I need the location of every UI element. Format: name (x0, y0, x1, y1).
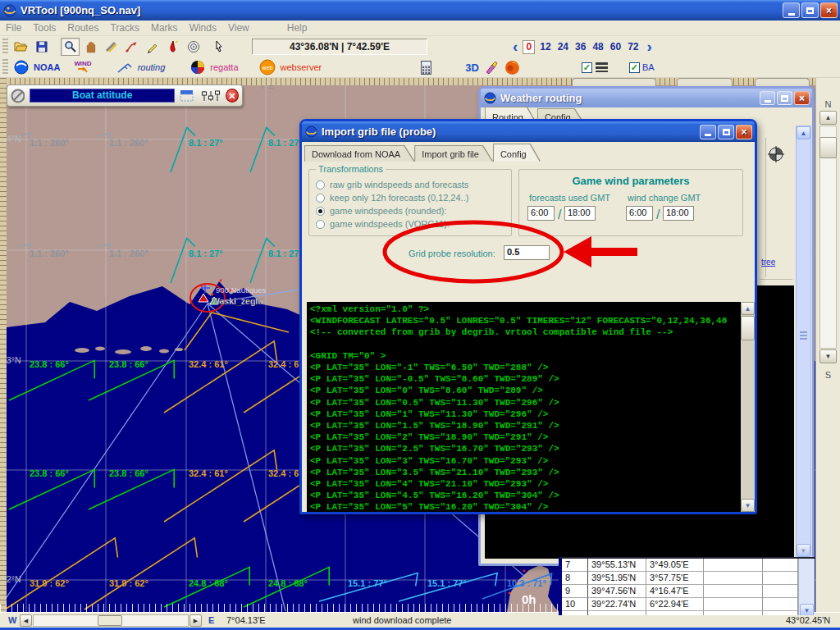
menu-tools[interactable]: Tools (27, 22, 62, 34)
noaa-label[interactable]: NOAA (34, 62, 60, 72)
scroll-track[interactable] (819, 126, 837, 349)
close-button[interactable]: × (736, 125, 752, 139)
close-button[interactable]: × (794, 91, 810, 105)
target-tool[interactable] (184, 38, 203, 56)
brush-tool[interactable] (163, 38, 182, 56)
measure-tool[interactable] (102, 38, 121, 56)
minimize-button[interactable] (783, 2, 800, 18)
minimize-button[interactable] (700, 125, 716, 139)
boat-attitude-close-button[interactable]: ✕ (226, 89, 239, 103)
toolbar-grip[interactable] (2, 39, 8, 55)
compass-icon[interactable] (768, 146, 784, 162)
grid-probe-input[interactable]: 0.5 (504, 245, 550, 260)
scroll-down-icon[interactable]: ▼ (741, 499, 755, 512)
main-titlebar[interactable]: VRTool [900nq_SO.nav] × (0, 0, 840, 21)
scroll-down-icon[interactable]: ▼ (800, 604, 814, 615)
calculator-icon[interactable] (417, 58, 436, 76)
forecast-hour-48[interactable]: 48 (592, 41, 603, 52)
console-scrollbar[interactable]: ▲ . ▼ (741, 302, 755, 512)
table-row[interactable]: 739°55.13'N3°49.05'E (562, 559, 815, 572)
firefox-icon[interactable] (503, 58, 522, 76)
webserver-icon[interactable]: web (258, 58, 277, 76)
map-horizontal-scrollbar[interactable] (33, 614, 189, 627)
map-vertical-scrollbar[interactable]: N ▲ ▼ S (815, 78, 840, 612)
scroll-down-icon[interactable]: ▼ (819, 349, 837, 363)
toolbar-grip[interactable] (2, 59, 8, 75)
panel-icon[interactable] (180, 89, 194, 102)
scroll-up-icon[interactable]: ▲ (797, 126, 810, 139)
radio-button[interactable] (316, 180, 325, 189)
save-button[interactable] (32, 38, 51, 56)
scroll-up-icon[interactable]: ▲ (741, 302, 755, 315)
scroll-thumb[interactable]: . (741, 316, 755, 340)
scroll-left-icon[interactable]: ◀ (20, 614, 32, 627)
forecast-hour-selected[interactable]: 0 (523, 40, 535, 54)
ba-label[interactable]: BA (642, 62, 655, 72)
dialog-tab-import-grib-file[interactable]: Import grib file (415, 146, 492, 162)
pan-hand-tool[interactable] (81, 38, 100, 56)
forecasts-gmt-1-field[interactable]: 6:00 (527, 206, 555, 221)
regatta-label[interactable]: regatta (210, 62, 238, 72)
minimize-button[interactable] (760, 91, 775, 105)
import-grib-dialog[interactable]: Import grib file (probe) × Download from… (299, 119, 757, 514)
scroll-up-icon[interactable]: ▲ (819, 111, 837, 125)
disable-icon[interactable] (11, 89, 25, 103)
boat-attitude-toolbar[interactable]: Boat attitude ✕ (7, 84, 243, 107)
menu-help[interactable]: Help (281, 22, 313, 34)
radio-button[interactable] (316, 207, 325, 216)
dialog-tab-config[interactable]: Config (494, 144, 540, 162)
import-grib-titlebar[interactable]: Import grib file (probe) × (302, 121, 755, 142)
maximize-button[interactable] (801, 2, 819, 18)
webserver-label[interactable]: webserver (281, 62, 322, 72)
menu-tracks[interactable]: Tracks (104, 22, 145, 34)
pen-tool[interactable] (143, 38, 162, 56)
maximize-button[interactable] (718, 125, 734, 139)
scroll-thumb[interactable] (800, 331, 807, 340)
table-row[interactable]: 939°47.56'N4°16.47'E (562, 585, 815, 598)
table-row[interactable]: 839°51.95'N3°57.75'E (562, 572, 815, 585)
paint-icon[interactable] (482, 58, 501, 76)
wind-change-1-field[interactable]: 6:00 (626, 206, 653, 221)
wind-change-2-field[interactable]: 18:00 (663, 206, 694, 221)
scroll-right-icon[interactable]: ▶ (189, 614, 202, 627)
forecast-hour-12[interactable]: 12 (540, 41, 550, 52)
zoom-tool[interactable] (61, 38, 80, 56)
menu-routes[interactable]: Routes (62, 22, 104, 34)
maximize-button[interactable] (777, 91, 792, 105)
layers-checkbox[interactable]: ✓ (582, 62, 592, 73)
menu-file[interactable]: File (0, 22, 27, 34)
waypoint-table[interactable]: 739°55.13'N3°49.05'E839°51.95'N3°57.75'E… (559, 557, 815, 615)
regatta-icon[interactable] (188, 58, 207, 76)
tree-link[interactable]: tree (761, 258, 775, 267)
next-forecast-button[interactable]: › (641, 39, 656, 55)
forecast-hour-36[interactable]: 36 (575, 41, 586, 52)
table-scrollbar[interactable]: ▼ (798, 559, 815, 615)
forecast-hour-60[interactable]: 60 (610, 41, 621, 52)
close-button[interactable]: × (820, 2, 838, 18)
3d-button[interactable]: 3D (465, 62, 479, 74)
open-button[interactable] (11, 38, 30, 56)
scroll-thumb[interactable] (819, 137, 837, 158)
weather-routing-titlebar[interactable]: Weather routing × (481, 89, 812, 107)
menu-marks[interactable]: Marks (145, 22, 184, 34)
routing-icon[interactable] (116, 58, 135, 76)
radio-button[interactable] (316, 194, 325, 203)
radio-button[interactable] (316, 220, 325, 229)
layers-menu-icon[interactable] (596, 62, 608, 72)
weather-routing-scrollbar[interactable]: ▲ ▼ (796, 126, 811, 558)
cursor-tool[interactable] (209, 38, 228, 56)
sliders-icon[interactable] (200, 89, 221, 103)
forecasts-gmt-2-field[interactable]: 18:00 (564, 206, 596, 221)
dialog-tab-download-from-noaa[interactable]: Download from NOAA (305, 146, 413, 162)
prev-forecast-button[interactable]: ‹ (508, 39, 523, 55)
ba-checkbox[interactable]: ✓ (629, 62, 640, 73)
wind-plugin-icon[interactable]: WiND (74, 61, 91, 75)
table-row[interactable]: 1039°22.74'N6°22.94'E (562, 598, 815, 611)
scroll-down-icon[interactable]: ▼ (797, 544, 810, 557)
route-tool[interactable] (122, 38, 141, 56)
routing-label[interactable]: routing (138, 62, 166, 72)
menu-view[interactable]: View (222, 22, 255, 34)
forecast-hour-24[interactable]: 24 (558, 41, 568, 52)
table-row[interactable] (562, 611, 815, 615)
menu-winds[interactable]: Winds (184, 22, 222, 34)
